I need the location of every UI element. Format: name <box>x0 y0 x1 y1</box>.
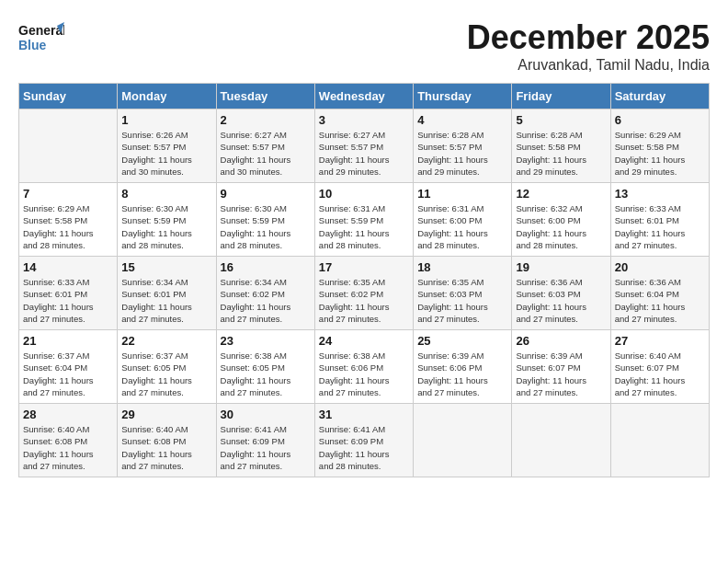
day-number: 29 <box>121 408 211 421</box>
day-number: 5 <box>516 113 606 127</box>
week-row-1: 1Sunrise: 6:26 AM Sunset: 5:57 PM Daylig… <box>19 109 710 183</box>
day-number: 4 <box>417 113 507 127</box>
day-info: Sunrise: 6:40 AM Sunset: 6:08 PM Dayligh… <box>23 423 113 472</box>
day-info: Sunrise: 6:41 AM Sunset: 6:09 PM Dayligh… <box>221 423 311 472</box>
week-row-3: 14Sunrise: 6:33 AM Sunset: 6:01 PM Dayli… <box>19 257 710 330</box>
day-info: Sunrise: 6:28 AM Sunset: 5:57 PM Dayligh… <box>417 129 507 178</box>
day-info: Sunrise: 6:32 AM Sunset: 6:00 PM Dayligh… <box>516 202 606 251</box>
day-info: Sunrise: 6:38 AM Sunset: 6:05 PM Dayligh… <box>221 350 311 398</box>
day-number: 9 <box>221 187 311 201</box>
day-cell: 9Sunrise: 6:30 AM Sunset: 5:59 PM Daylig… <box>216 183 314 257</box>
week-row-4: 21Sunrise: 6:37 AM Sunset: 6:04 PM Dayli… <box>19 330 710 404</box>
day-number: 17 <box>319 260 409 274</box>
day-number: 7 <box>23 187 113 201</box>
month-title: December 2025 <box>467 18 710 57</box>
day-info: Sunrise: 6:26 AM Sunset: 5:57 PM Dayligh… <box>121 129 211 178</box>
day-cell: 31Sunrise: 6:41 AM Sunset: 6:09 PM Dayli… <box>314 404 413 477</box>
day-info: Sunrise: 6:31 AM Sunset: 5:59 PM Dayligh… <box>319 202 409 251</box>
day-cell: 16Sunrise: 6:34 AM Sunset: 6:02 PM Dayli… <box>216 257 314 330</box>
day-number: 15 <box>121 260 211 274</box>
day-number: 13 <box>615 187 705 201</box>
day-number: 26 <box>516 334 606 348</box>
day-info: Sunrise: 6:35 AM Sunset: 6:03 PM Dayligh… <box>417 276 507 325</box>
day-info: Sunrise: 6:34 AM Sunset: 6:02 PM Dayligh… <box>221 276 311 325</box>
day-info: Sunrise: 6:36 AM Sunset: 6:04 PM Dayligh… <box>615 276 705 325</box>
day-number: 11 <box>417 187 507 201</box>
logo: General Blue <box>18 18 68 55</box>
day-number: 14 <box>23 260 113 274</box>
day-cell: 1Sunrise: 6:26 AM Sunset: 5:57 PM Daylig… <box>118 109 216 183</box>
day-cell: 8Sunrise: 6:30 AM Sunset: 5:59 PM Daylig… <box>118 183 216 257</box>
day-number: 24 <box>319 334 409 348</box>
day-number: 10 <box>319 187 409 201</box>
page-header: General Blue December 2025 Aruvankad, Ta… <box>18 18 710 74</box>
day-cell: 23Sunrise: 6:38 AM Sunset: 6:05 PM Dayli… <box>216 330 314 404</box>
day-cell: 28Sunrise: 6:40 AM Sunset: 6:08 PM Dayli… <box>19 404 118 477</box>
day-cell: 17Sunrise: 6:35 AM Sunset: 6:02 PM Dayli… <box>314 257 413 330</box>
day-cell: 14Sunrise: 6:33 AM Sunset: 6:01 PM Dayli… <box>19 257 118 330</box>
day-number: 1 <box>121 113 211 127</box>
day-cell: 11Sunrise: 6:31 AM Sunset: 6:00 PM Dayli… <box>414 183 512 257</box>
day-cell <box>512 404 610 477</box>
day-number: 12 <box>516 187 606 201</box>
day-number: 21 <box>23 334 113 348</box>
day-info: Sunrise: 6:39 AM Sunset: 6:06 PM Dayligh… <box>417 350 507 398</box>
day-number: 28 <box>23 408 113 421</box>
day-cell: 4Sunrise: 6:28 AM Sunset: 5:57 PM Daylig… <box>414 109 512 183</box>
day-info: Sunrise: 6:27 AM Sunset: 5:57 PM Dayligh… <box>319 129 409 178</box>
day-info: Sunrise: 6:34 AM Sunset: 6:01 PM Dayligh… <box>121 276 211 325</box>
weekday-header-wednesday: Wednesday <box>314 84 413 109</box>
day-info: Sunrise: 6:30 AM Sunset: 5:59 PM Dayligh… <box>221 202 311 251</box>
day-cell: 15Sunrise: 6:34 AM Sunset: 6:01 PM Dayli… <box>118 257 216 330</box>
day-cell: 13Sunrise: 6:33 AM Sunset: 6:01 PM Dayli… <box>610 183 709 257</box>
day-number: 3 <box>319 113 409 127</box>
day-cell: 10Sunrise: 6:31 AM Sunset: 5:59 PM Dayli… <box>314 183 413 257</box>
calendar-table: SundayMondayTuesdayWednesdayThursdayFrid… <box>18 83 710 477</box>
day-number: 2 <box>221 113 311 127</box>
weekday-header-thursday: Thursday <box>414 84 512 109</box>
day-info: Sunrise: 6:35 AM Sunset: 6:02 PM Dayligh… <box>319 276 409 325</box>
day-info: Sunrise: 6:39 AM Sunset: 6:07 PM Dayligh… <box>516 350 606 398</box>
day-number: 22 <box>121 334 211 348</box>
day-cell: 3Sunrise: 6:27 AM Sunset: 5:57 PM Daylig… <box>314 109 413 183</box>
day-cell: 7Sunrise: 6:29 AM Sunset: 5:58 PM Daylig… <box>19 183 118 257</box>
logo-icon: General Blue <box>18 18 64 55</box>
day-number: 6 <box>615 113 705 127</box>
day-number: 31 <box>319 408 409 421</box>
day-cell: 18Sunrise: 6:35 AM Sunset: 6:03 PM Dayli… <box>414 257 512 330</box>
day-number: 23 <box>221 334 311 348</box>
day-info: Sunrise: 6:27 AM Sunset: 5:57 PM Dayligh… <box>221 129 311 178</box>
day-number: 20 <box>615 260 705 274</box>
day-info: Sunrise: 6:33 AM Sunset: 6:01 PM Dayligh… <box>615 202 705 251</box>
day-number: 25 <box>417 334 507 348</box>
day-cell: 30Sunrise: 6:41 AM Sunset: 6:09 PM Dayli… <box>216 404 314 477</box>
day-info: Sunrise: 6:40 AM Sunset: 6:08 PM Dayligh… <box>121 423 211 472</box>
svg-text:Blue: Blue <box>18 38 47 52</box>
day-info: Sunrise: 6:40 AM Sunset: 6:07 PM Dayligh… <box>615 350 705 398</box>
day-cell: 29Sunrise: 6:40 AM Sunset: 6:08 PM Dayli… <box>118 404 216 477</box>
day-info: Sunrise: 6:28 AM Sunset: 5:58 PM Dayligh… <box>516 129 606 178</box>
day-number: 16 <box>221 260 311 274</box>
day-cell: 24Sunrise: 6:38 AM Sunset: 6:06 PM Dayli… <box>314 330 413 404</box>
title-block: December 2025 Aruvankad, Tamil Nadu, Ind… <box>467 18 710 74</box>
day-cell: 12Sunrise: 6:32 AM Sunset: 6:00 PM Dayli… <box>512 183 610 257</box>
day-cell: 22Sunrise: 6:37 AM Sunset: 6:05 PM Dayli… <box>118 330 216 404</box>
day-info: Sunrise: 6:41 AM Sunset: 6:09 PM Dayligh… <box>319 423 409 472</box>
day-cell: 19Sunrise: 6:36 AM Sunset: 6:03 PM Dayli… <box>512 257 610 330</box>
day-number: 27 <box>615 334 705 348</box>
day-info: Sunrise: 6:29 AM Sunset: 5:58 PM Dayligh… <box>615 129 705 178</box>
day-info: Sunrise: 6:33 AM Sunset: 6:01 PM Dayligh… <box>23 276 113 325</box>
day-info: Sunrise: 6:29 AM Sunset: 5:58 PM Dayligh… <box>23 202 113 251</box>
day-number: 8 <box>121 187 211 201</box>
weekday-header-tuesday: Tuesday <box>216 84 314 109</box>
day-cell: 21Sunrise: 6:37 AM Sunset: 6:04 PM Dayli… <box>19 330 118 404</box>
day-info: Sunrise: 6:37 AM Sunset: 6:04 PM Dayligh… <box>23 350 113 398</box>
weekday-header-sunday: Sunday <box>19 84 118 109</box>
weekday-header-row: SundayMondayTuesdayWednesdayThursdayFrid… <box>19 84 710 109</box>
day-cell: 6Sunrise: 6:29 AM Sunset: 5:58 PM Daylig… <box>610 109 709 183</box>
day-number: 19 <box>516 260 606 274</box>
day-number: 18 <box>417 260 507 274</box>
day-info: Sunrise: 6:30 AM Sunset: 5:59 PM Dayligh… <box>121 202 211 251</box>
day-info: Sunrise: 6:31 AM Sunset: 6:00 PM Dayligh… <box>417 202 507 251</box>
week-row-2: 7Sunrise: 6:29 AM Sunset: 5:58 PM Daylig… <box>19 183 710 257</box>
